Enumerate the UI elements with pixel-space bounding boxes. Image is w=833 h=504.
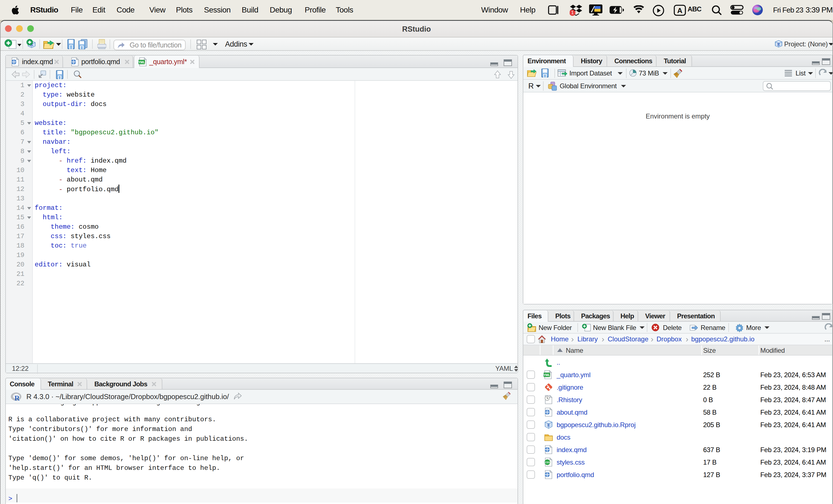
svg-text:1: 1 bbox=[571, 10, 574, 15]
svg-text:A: A bbox=[677, 6, 683, 15]
svg-text:R: R bbox=[777, 42, 780, 47]
